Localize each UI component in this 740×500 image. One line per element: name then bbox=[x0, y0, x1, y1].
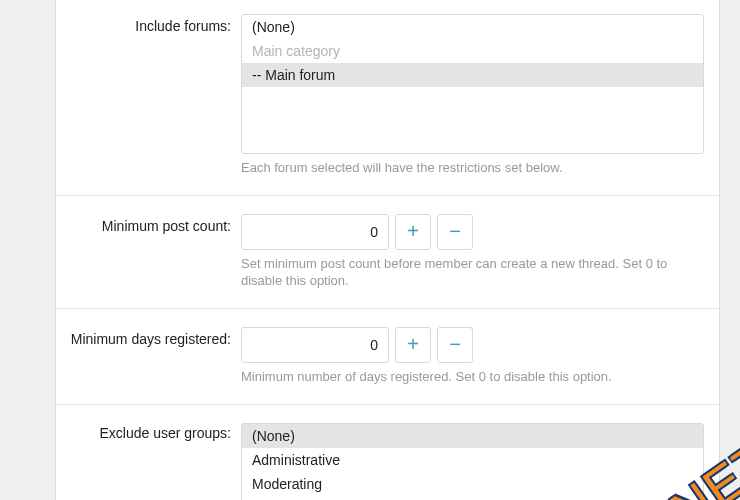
row-min-days-registered: Minimum days registered: + − Minimum num… bbox=[56, 327, 719, 398]
row-min-post-count: Minimum post count: + − Set minimum post… bbox=[56, 214, 719, 302]
min-post-count-hint: Set minimum post count before member can… bbox=[241, 256, 704, 290]
include-forums-listbox[interactable]: (None)Main category-- Main forum bbox=[241, 14, 704, 154]
include-forums-option[interactable]: -- Main forum bbox=[242, 63, 703, 87]
label-min-days-registered: Minimum days registered: bbox=[56, 327, 241, 347]
min-post-count-input[interactable] bbox=[241, 214, 389, 250]
min-days-registered-minus-button[interactable]: − bbox=[437, 327, 473, 363]
min-days-registered-plus-button[interactable]: + bbox=[395, 327, 431, 363]
exclude-group-option[interactable]: Moderating bbox=[242, 472, 703, 496]
row-exclude-user-groups: Exclude user groups: (None)Administrativ… bbox=[56, 423, 719, 500]
exclude-group-option[interactable]: Administrative bbox=[242, 448, 703, 472]
divider bbox=[56, 308, 719, 309]
min-days-registered-hint: Minimum number of days registered. Set 0… bbox=[241, 369, 704, 386]
divider bbox=[56, 404, 719, 405]
settings-panel: Include forums: (None)Main category-- Ma… bbox=[55, 0, 720, 500]
min-post-count-plus-button[interactable]: + bbox=[395, 214, 431, 250]
row-include-forums: Include forums: (None)Main category-- Ma… bbox=[56, 14, 719, 189]
label-include-forums: Include forums: bbox=[56, 14, 241, 34]
include-forums-option[interactable]: (None) bbox=[242, 15, 703, 39]
label-exclude-user-groups: Exclude user groups: bbox=[56, 423, 241, 441]
divider bbox=[56, 195, 719, 196]
include-forums-hint: Each forum selected will have the restri… bbox=[241, 160, 704, 177]
exclude-group-option[interactable]: (None) bbox=[242, 424, 703, 448]
exclude-group-option[interactable]: Registered bbox=[242, 496, 703, 500]
min-post-count-minus-button[interactable]: − bbox=[437, 214, 473, 250]
exclude-user-groups-listbox[interactable]: (None)AdministrativeModeratingRegistered… bbox=[241, 423, 704, 500]
label-min-post-count: Minimum post count: bbox=[56, 214, 241, 234]
min-days-registered-input[interactable] bbox=[241, 327, 389, 363]
include-forums-option: Main category bbox=[242, 39, 703, 63]
min-post-count-stepper: + − bbox=[241, 214, 704, 250]
min-days-registered-stepper: + − bbox=[241, 327, 704, 363]
